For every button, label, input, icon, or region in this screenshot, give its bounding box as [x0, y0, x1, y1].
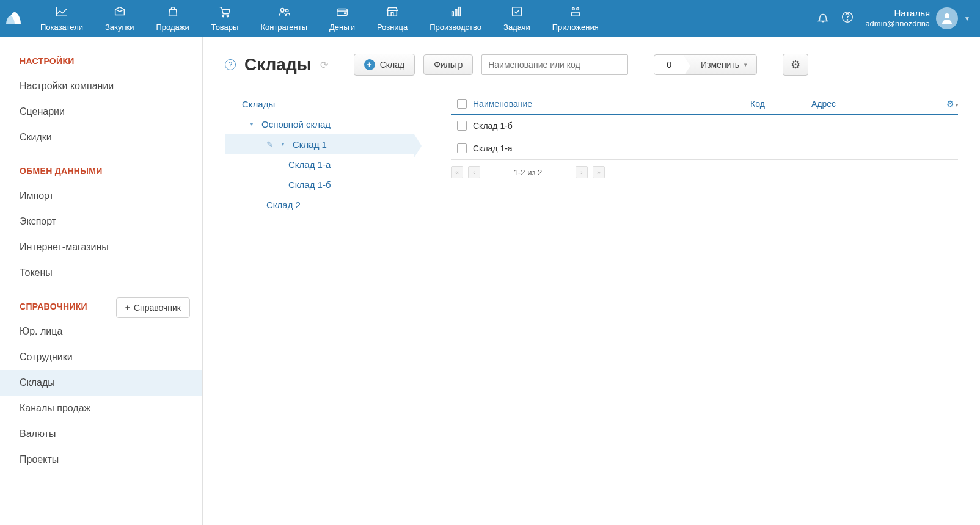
- change-label: Изменить: [701, 60, 739, 70]
- table-row[interactable]: Склад 1-а: [451, 137, 958, 160]
- sidebar-item-webshops[interactable]: Интернет-магазины: [0, 234, 202, 260]
- sidebar-item-export[interactable]: Экспорт: [0, 209, 202, 234]
- chevron-down-icon: ▼: [743, 62, 748, 68]
- tree-item-main-warehouse[interactable]: ▼ Основной склад: [225, 114, 414, 134]
- sidebar-item-tokens[interactable]: Токены: [0, 260, 202, 286]
- chevron-down-icon: ▾: [954, 103, 958, 108]
- add-warehouse-button[interactable]: + Склад: [354, 54, 415, 76]
- settings-button[interactable]: ⚙: [783, 54, 808, 76]
- row-checkbox[interactable]: [457, 121, 467, 131]
- select-all-checkbox[interactable]: [457, 99, 467, 109]
- pencil-icon[interactable]: ✎: [266, 140, 273, 149]
- chart-line-icon: [55, 5, 68, 21]
- selection-counter: 0 Изменить ▼: [654, 54, 757, 75]
- sidebar-item-discounts[interactable]: Скидки: [0, 125, 202, 150]
- svg-point-14: [847, 19, 848, 20]
- nav-label: Розница: [377, 23, 408, 32]
- page-title: Склады: [244, 55, 312, 74]
- tree-item-warehouse-1a[interactable]: Склад 1-а: [225, 154, 414, 175]
- bars-icon: [449, 5, 463, 21]
- svg-rect-12: [571, 12, 579, 16]
- top-navigation: Показатели Закупки Продажи Товары Контра…: [0, 0, 980, 37]
- nav-retail[interactable]: Розница: [366, 0, 419, 37]
- warehouse-tree: Склады ▼ Основной склад ✎ ▼ Склад 1 Скла…: [225, 94, 414, 215]
- help-icon[interactable]: [841, 10, 854, 27]
- nav-label: Задачи: [503, 23, 530, 32]
- table-header: Наименование Код Адрес ⚙ ▾: [451, 94, 958, 115]
- sidebar-item-currencies[interactable]: Валюты: [0, 421, 202, 447]
- col-name[interactable]: Наименование: [473, 99, 750, 109]
- sidebar-section-refs: СПРАВОЧНИКИ: [0, 297, 87, 319]
- svg-point-3: [285, 9, 288, 12]
- table-settings-icon[interactable]: ⚙: [946, 99, 954, 109]
- sidebar-item-projects[interactable]: Проекты: [0, 447, 202, 472]
- svg-rect-9: [513, 7, 522, 16]
- col-code[interactable]: Код: [750, 99, 811, 109]
- svg-point-10: [572, 8, 574, 10]
- sidebar-item-employees[interactable]: Сотрудники: [0, 344, 202, 370]
- pager-next[interactable]: ›: [576, 166, 588, 178]
- chevron-down-icon: ▼: [964, 15, 970, 22]
- add-reference-label: Справочник: [134, 303, 181, 313]
- nav-apps[interactable]: Приложения: [541, 0, 610, 37]
- filter-button[interactable]: Фильтр: [423, 54, 473, 75]
- pager-first[interactable]: «: [451, 166, 463, 178]
- change-button[interactable]: Изменить ▼: [692, 55, 756, 74]
- tree-item-warehouse-2[interactable]: Склад 2: [225, 195, 414, 215]
- nav-production[interactable]: Производство: [419, 0, 492, 37]
- sidebar-item-import[interactable]: Импорт: [0, 183, 202, 209]
- people-icon: [277, 5, 291, 21]
- cell-name: Склад 1-б: [473, 121, 750, 131]
- tree-item-warehouse-1[interactable]: ✎ ▼ Склад 1: [225, 134, 414, 154]
- selection-count: 0: [654, 55, 684, 74]
- pager-prev[interactable]: ‹: [468, 166, 480, 178]
- tree-label: Склад 1-а: [288, 159, 331, 170]
- sidebar-item-warehouses[interactable]: Склады: [0, 370, 202, 396]
- bell-icon[interactable]: [816, 10, 830, 27]
- svg-rect-7: [455, 9, 457, 16]
- wallet-icon: [335, 5, 349, 21]
- row-checkbox[interactable]: [457, 143, 467, 153]
- page-help-icon[interactable]: ?: [225, 59, 236, 70]
- add-reference-button[interactable]: + Справочник: [116, 297, 190, 318]
- nav-label: Закупки: [105, 23, 134, 32]
- nav-sales[interactable]: Продажи: [145, 0, 200, 37]
- user-name: Наталья: [865, 8, 930, 19]
- svg-rect-6: [452, 12, 453, 16]
- svg-rect-8: [458, 7, 460, 16]
- nav-money[interactable]: Деньги: [318, 0, 366, 37]
- user-text: Наталья admin@nnozdrina: [865, 8, 930, 29]
- sidebar-item-sales-channels[interactable]: Каналы продаж: [0, 396, 202, 421]
- sidebar-section-settings: НАСТРОЙКИ: [0, 51, 202, 73]
- svg-rect-4: [337, 9, 348, 15]
- tree-label: Основной склад: [261, 119, 331, 129]
- chevron-down-icon[interactable]: ▼: [249, 121, 257, 127]
- search-input[interactable]: [481, 54, 628, 75]
- svg-point-15: [945, 13, 949, 18]
- nav-goods[interactable]: Товары: [200, 0, 250, 37]
- tree-root[interactable]: Склады: [225, 94, 414, 114]
- tree-label: Склад 2: [266, 200, 301, 210]
- nav-label: Приложения: [552, 23, 599, 32]
- apps-icon: [569, 5, 582, 21]
- sidebar-item-legal[interactable]: Юр. лица: [0, 319, 202, 344]
- pagination: « ‹ 1-2 из 2 › »: [451, 160, 958, 184]
- app-logo[interactable]: [0, 0, 29, 37]
- user-menu[interactable]: Наталья admin@nnozdrina ▼: [865, 7, 970, 29]
- chevron-down-icon[interactable]: ▼: [280, 142, 288, 147]
- sidebar-item-scenarios[interactable]: Сценарии: [0, 99, 202, 125]
- pager-last[interactable]: »: [593, 166, 605, 178]
- plus-circle-icon: +: [364, 59, 375, 70]
- tree-item-warehouse-1b[interactable]: Склад 1-б: [225, 175, 414, 195]
- nav-indicators[interactable]: Показатели: [29, 0, 94, 37]
- bag-icon: [166, 5, 180, 21]
- user-email: admin@nnozdrina: [865, 19, 930, 29]
- col-address[interactable]: Адрес: [811, 99, 940, 109]
- refresh-icon[interactable]: ⟳: [320, 59, 328, 71]
- nav-purchases[interactable]: Закупки: [94, 0, 145, 37]
- sidebar-item-company-settings[interactable]: Настройки компании: [0, 73, 202, 99]
- nav-tasks[interactable]: Задачи: [492, 0, 541, 37]
- table-row[interactable]: Склад 1-б: [451, 115, 958, 137]
- filter-label: Фильтр: [434, 60, 463, 70]
- nav-counterparties[interactable]: Контрагенты: [249, 0, 318, 37]
